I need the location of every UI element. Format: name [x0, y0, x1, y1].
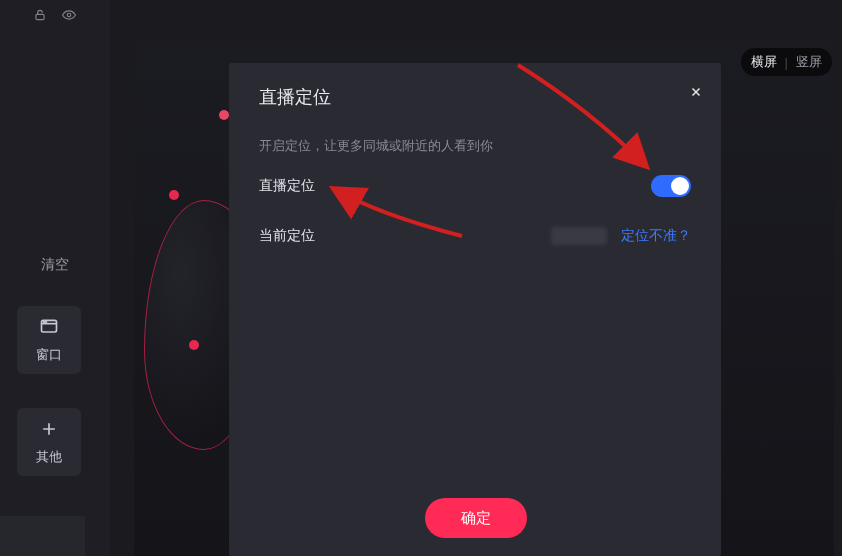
- svg-rect-0: [36, 14, 44, 19]
- row-label: 直播定位: [259, 177, 315, 195]
- modal-title: 直播定位: [259, 85, 331, 109]
- sidebar-item-window[interactable]: 窗口: [17, 306, 81, 374]
- close-button[interactable]: [689, 85, 703, 103]
- row-current-location: 当前定位 定位不准？: [259, 227, 691, 245]
- sidebar-top-icons: [0, 8, 110, 25]
- row-label: 当前定位: [259, 227, 315, 245]
- unlock-icon[interactable]: [33, 8, 47, 25]
- location-inaccurate-link[interactable]: 定位不准？: [621, 227, 691, 245]
- svg-point-3: [44, 321, 45, 322]
- row-live-location: 直播定位: [259, 175, 691, 197]
- orientation-landscape[interactable]: 横屏: [751, 53, 777, 71]
- orientation-separator: |: [785, 55, 788, 70]
- preview-art-dots: [189, 340, 199, 350]
- sidebar-item-label: 其他: [36, 448, 62, 466]
- plus-icon: [39, 419, 59, 442]
- toggle-knob: [671, 177, 689, 195]
- current-location-value-blurred: [551, 227, 607, 245]
- eye-icon[interactable]: [61, 8, 77, 25]
- confirm-button[interactable]: 确定: [425, 498, 527, 538]
- location-toggle[interactable]: [651, 175, 691, 197]
- svg-point-1: [67, 13, 71, 17]
- sidebar-item-label: 窗口: [36, 346, 62, 364]
- sidebar-bottom-strip: [0, 516, 85, 556]
- modal-subtext: 开启定位，让更多同城或附近的人看到你: [259, 137, 493, 155]
- orientation-portrait[interactable]: 竖屏: [796, 53, 822, 71]
- sidebar: 清空 窗口 其他: [0, 0, 110, 556]
- window-icon: [38, 317, 60, 340]
- sidebar-item-other[interactable]: 其他: [17, 408, 81, 476]
- location-modal: 直播定位 开启定位，让更多同城或附近的人看到你 直播定位 当前定位 定位不准？ …: [229, 63, 721, 556]
- orientation-toggle[interactable]: 横屏 | 竖屏: [741, 48, 832, 76]
- clear-link[interactable]: 清空: [0, 256, 110, 274]
- svg-point-4: [46, 321, 47, 322]
